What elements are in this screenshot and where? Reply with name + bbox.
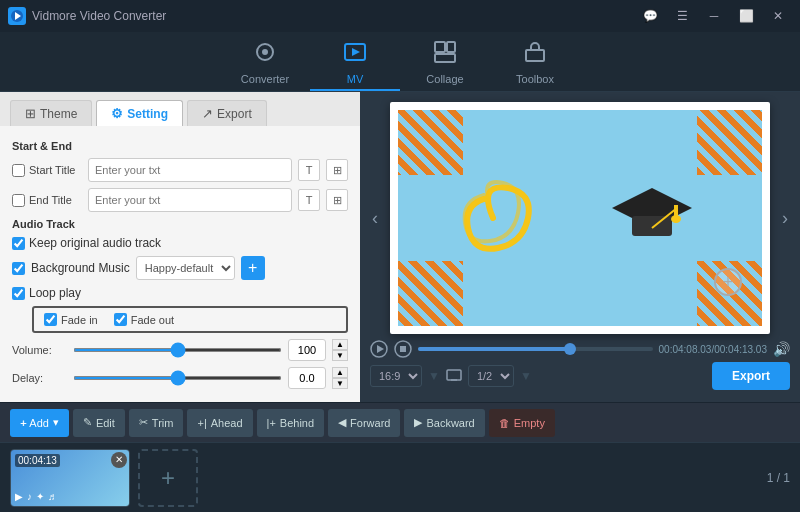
end-title-text-btn[interactable]: T bbox=[298, 189, 320, 211]
maximize-btn[interactable]: ⬜ bbox=[732, 6, 760, 26]
start-title-label: Start Title bbox=[12, 164, 82, 177]
minimize-btn[interactable]: ─ bbox=[700, 6, 728, 26]
preview-grad-hat-svg bbox=[602, 178, 702, 258]
top-navigation: Converter MV Collage Toolbox bbox=[0, 32, 800, 92]
behind-icon: |+ bbox=[267, 417, 276, 429]
aspect-ratio-select[interactable]: 16:9 bbox=[370, 365, 422, 387]
window-controls: 💬 ☰ ─ ⬜ ✕ bbox=[636, 6, 792, 26]
trim-icon: ✂ bbox=[139, 416, 148, 429]
volume-value[interactable]: 100 bbox=[288, 339, 326, 361]
converter-icon bbox=[253, 40, 277, 69]
toolbox-icon bbox=[523, 40, 547, 69]
preview-area: ‹ bbox=[390, 102, 770, 334]
keep-original-row: Keep original audio track bbox=[12, 236, 348, 250]
export-icon: ↗ bbox=[202, 106, 213, 121]
page-select[interactable]: 1/2 bbox=[468, 365, 514, 387]
backward-btn[interactable]: ▶ Backward bbox=[404, 409, 484, 437]
bg-music-checkbox[interactable] bbox=[12, 262, 25, 275]
edit-btn[interactable]: ✎ Edit bbox=[73, 409, 125, 437]
add-media-overlay-btn[interactable]: + bbox=[714, 268, 742, 296]
fade-in-checkbox[interactable] bbox=[44, 313, 57, 326]
ahead-btn[interactable]: +| Ahead bbox=[187, 409, 252, 437]
trim-btn[interactable]: ✂ Trim bbox=[129, 409, 184, 437]
timeline-add-btn[interactable]: + bbox=[138, 449, 198, 507]
svg-rect-13 bbox=[632, 216, 672, 236]
prev-arrow[interactable]: ‹ bbox=[372, 208, 378, 229]
tab-toolbox[interactable]: Toolbox bbox=[490, 35, 580, 91]
svg-rect-6 bbox=[435, 42, 445, 52]
delay-down-btn[interactable]: ▼ bbox=[332, 378, 348, 389]
add-dropdown-icon: ▾ bbox=[53, 416, 59, 429]
left-tabs: ⊞ Theme ⚙ Setting ↗ Export bbox=[0, 92, 360, 126]
volume-up-btn[interactable]: ▲ bbox=[332, 339, 348, 350]
keep-original-checkbox[interactable] bbox=[12, 237, 25, 250]
timeline-close-btn[interactable]: ✕ bbox=[111, 452, 127, 468]
corner-stripe-bl bbox=[393, 261, 463, 331]
end-title-input[interactable] bbox=[88, 188, 292, 212]
add-btn[interactable]: + + Add ▾ bbox=[10, 409, 69, 437]
delay-spin: ▲ ▼ bbox=[332, 367, 348, 389]
start-title-row: Start Title T ⊞ bbox=[12, 158, 348, 182]
timeline-item[interactable]: ✕ 00:04:13 ▶ ♪ ✦ ♬ bbox=[10, 449, 130, 507]
edit-icon: ✎ bbox=[83, 416, 92, 429]
progress-fill bbox=[418, 347, 570, 351]
tab-setting-label: Setting bbox=[127, 107, 168, 121]
svg-marker-5 bbox=[352, 48, 360, 56]
collage-icon bbox=[433, 40, 457, 69]
close-btn[interactable]: ✕ bbox=[764, 6, 792, 26]
svg-point-3 bbox=[262, 49, 268, 55]
music-select[interactable]: Happy-default bbox=[136, 256, 235, 280]
theme-icon: ⊞ bbox=[25, 106, 36, 121]
svg-point-16 bbox=[671, 215, 681, 223]
tab-setting[interactable]: ⚙ Setting bbox=[96, 100, 183, 126]
tab-mv[interactable]: MV bbox=[310, 35, 400, 91]
trim-label: Trim bbox=[152, 417, 174, 429]
loop-play-row: Loop play bbox=[12, 286, 348, 300]
start-title-input[interactable] bbox=[88, 158, 292, 182]
titlebar: Vidmore Video Converter 💬 ☰ ─ ⬜ ✕ bbox=[0, 0, 800, 32]
corner-stripe-tr bbox=[697, 105, 767, 175]
delay-label: Delay: bbox=[12, 372, 67, 384]
start-title-text-btn[interactable]: T bbox=[298, 159, 320, 181]
progress-bar[interactable] bbox=[418, 347, 653, 351]
fade-out-checkbox[interactable] bbox=[114, 313, 127, 326]
backward-icon: ▶ bbox=[414, 416, 422, 429]
tab-collage[interactable]: Collage bbox=[400, 35, 490, 91]
loop-play-checkbox[interactable] bbox=[12, 287, 25, 300]
delay-value[interactable]: 0.0 bbox=[288, 367, 326, 389]
svg-rect-21 bbox=[447, 370, 461, 380]
delay-slider[interactable] bbox=[73, 376, 282, 380]
tab-theme[interactable]: ⊞ Theme bbox=[10, 100, 92, 126]
volume-down-btn[interactable]: ▼ bbox=[332, 350, 348, 361]
empty-btn[interactable]: 🗑 Empty bbox=[489, 409, 555, 437]
play-btn[interactable] bbox=[370, 340, 388, 358]
loop-play-label: Loop play bbox=[29, 286, 81, 300]
tab-mv-label: MV bbox=[347, 73, 364, 85]
delay-up-btn[interactable]: ▲ bbox=[332, 367, 348, 378]
start-end-title: Start & End bbox=[12, 140, 348, 152]
stop-btn[interactable] bbox=[394, 340, 412, 358]
message-btn[interactable]: 💬 bbox=[636, 6, 664, 26]
behind-btn[interactable]: |+ Behind bbox=[257, 409, 325, 437]
end-title-checkbox[interactable] bbox=[12, 194, 25, 207]
player-bottom-bar: 16:9 ▼ 1/2 ▼ Export bbox=[370, 360, 790, 392]
app-title: Vidmore Video Converter bbox=[32, 9, 166, 23]
start-title-grid-btn[interactable]: ⊞ bbox=[326, 159, 348, 181]
bottom-toolbar: + + Add ▾ ✎ Edit ✂ Trim +| Ahead |+ Behi… bbox=[0, 402, 800, 442]
tab-export[interactable]: ↗ Export bbox=[187, 100, 267, 126]
tab-theme-label: Theme bbox=[40, 107, 77, 121]
add-music-btn[interactable]: + bbox=[241, 256, 265, 280]
forward-btn[interactable]: ◀ Forward bbox=[328, 409, 400, 437]
volume-slider[interactable] bbox=[73, 348, 282, 352]
volume-ctrl-btn[interactable]: 🔊 bbox=[773, 341, 790, 357]
empty-label: Empty bbox=[514, 417, 545, 429]
end-title-grid-btn[interactable]: ⊞ bbox=[326, 189, 348, 211]
export-button[interactable]: Export bbox=[712, 362, 790, 390]
svg-rect-8 bbox=[435, 54, 455, 62]
next-arrow[interactable]: › bbox=[782, 208, 788, 229]
start-title-checkbox[interactable] bbox=[12, 164, 25, 177]
tab-converter[interactable]: Converter bbox=[220, 35, 310, 91]
titlebar-left: Vidmore Video Converter bbox=[8, 7, 166, 25]
preview-logo-svg bbox=[448, 173, 538, 263]
menu-btn[interactable]: ☰ bbox=[668, 6, 696, 26]
